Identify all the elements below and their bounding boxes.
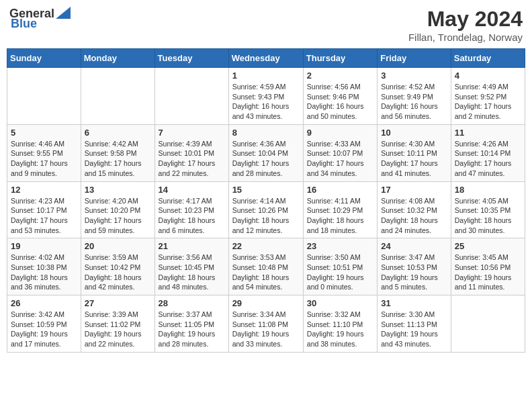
day-number: 2	[307, 71, 373, 81]
day-number: 20	[85, 241, 151, 251]
calendar-cell: 9Sunrise: 4:33 AM Sunset: 10:07 PM Dayli…	[303, 124, 377, 181]
calendar-cell: 25Sunrise: 3:45 AM Sunset: 10:56 PM Dayl…	[451, 238, 525, 295]
day-info: Sunrise: 3:30 AM Sunset: 11:13 PM Daylig…	[381, 310, 447, 349]
calendar-cell: 3Sunrise: 4:52 AM Sunset: 9:49 PM Daylig…	[378, 68, 451, 125]
day-info: Sunrise: 4:08 AM Sunset: 10:32 PM Daylig…	[381, 196, 447, 236]
calendar-cell	[154, 68, 228, 125]
page-header: General Blue May 2024 Fillan, Trondelag,…	[7, 7, 525, 43]
day-info: Sunrise: 4:05 AM Sunset: 10:35 PM Daylig…	[455, 196, 521, 236]
calendar-cell	[7, 68, 81, 125]
day-number: 7	[159, 128, 225, 138]
day-number: 16	[307, 185, 373, 195]
day-info: Sunrise: 3:47 AM Sunset: 10:53 PM Daylig…	[381, 253, 447, 292]
calendar-cell: 16Sunrise: 4:11 AM Sunset: 10:29 PM Dayl…	[303, 181, 377, 238]
calendar-cell: 10Sunrise: 4:30 AM Sunset: 10:11 PM Dayl…	[378, 124, 451, 181]
calendar-cell: 2Sunrise: 4:56 AM Sunset: 9:46 PM Daylig…	[303, 68, 377, 125]
week-row-3: 12Sunrise: 4:23 AM Sunset: 10:17 PM Dayl…	[7, 181, 525, 238]
day-number: 27	[85, 298, 151, 308]
calendar-cell: 19Sunrise: 4:02 AM Sunset: 10:38 PM Dayl…	[7, 238, 81, 295]
logo: General Blue	[9, 7, 71, 31]
day-number: 23	[307, 241, 373, 251]
day-info: Sunrise: 3:50 AM Sunset: 10:51 PM Daylig…	[307, 253, 373, 292]
logo-icon	[56, 7, 71, 19]
day-info: Sunrise: 4:33 AM Sunset: 10:07 PM Daylig…	[307, 139, 373, 179]
calendar-cell: 12Sunrise: 4:23 AM Sunset: 10:17 PM Dayl…	[7, 181, 81, 238]
day-number: 11	[455, 128, 521, 138]
calendar-cell: 11Sunrise: 4:26 AM Sunset: 10:14 PM Dayl…	[451, 124, 525, 181]
day-number: 15	[232, 185, 300, 195]
calendar-cell: 24Sunrise: 3:47 AM Sunset: 10:53 PM Dayl…	[378, 238, 451, 295]
day-number: 22	[232, 241, 300, 251]
title-block: May 2024 Fillan, Trondelag, Norway	[408, 7, 523, 43]
day-info: Sunrise: 4:11 AM Sunset: 10:29 PM Daylig…	[307, 196, 373, 236]
day-number: 3	[381, 71, 447, 81]
day-info: Sunrise: 3:53 AM Sunset: 10:48 PM Daylig…	[232, 253, 300, 292]
day-number: 10	[381, 128, 447, 138]
calendar-cell: 31Sunrise: 3:30 AM Sunset: 11:13 PM Dayl…	[378, 295, 451, 353]
weekday-header-friday: Friday	[378, 49, 451, 68]
day-info: Sunrise: 4:36 AM Sunset: 10:04 PM Daylig…	[232, 139, 300, 179]
calendar-cell: 18Sunrise: 4:05 AM Sunset: 10:35 PM Dayl…	[451, 181, 525, 238]
week-row-4: 19Sunrise: 4:02 AM Sunset: 10:38 PM Dayl…	[7, 238, 525, 295]
day-info: Sunrise: 4:39 AM Sunset: 10:01 PM Daylig…	[159, 139, 225, 179]
day-number: 21	[159, 241, 225, 251]
day-info: Sunrise: 4:52 AM Sunset: 9:49 PM Dayligh…	[381, 82, 447, 122]
day-info: Sunrise: 3:39 AM Sunset: 11:02 PM Daylig…	[85, 310, 151, 349]
day-info: Sunrise: 4:46 AM Sunset: 9:55 PM Dayligh…	[11, 139, 77, 179]
day-info: Sunrise: 3:37 AM Sunset: 11:05 PM Daylig…	[159, 310, 225, 349]
day-number: 4	[455, 71, 521, 81]
day-number: 1	[232, 71, 300, 81]
day-number: 14	[159, 185, 225, 195]
week-row-1: 1Sunrise: 4:59 AM Sunset: 9:43 PM Daylig…	[7, 68, 525, 125]
calendar-cell: 14Sunrise: 4:17 AM Sunset: 10:23 PM Dayl…	[154, 181, 228, 238]
weekday-header-row: SundayMondayTuesdayWednesdayThursdayFrid…	[7, 49, 525, 68]
day-info: Sunrise: 4:59 AM Sunset: 9:43 PM Dayligh…	[232, 82, 300, 122]
day-number: 9	[307, 128, 373, 138]
calendar-cell: 4Sunrise: 4:49 AM Sunset: 9:52 PM Daylig…	[451, 68, 525, 125]
day-number: 5	[11, 128, 77, 138]
calendar-cell: 5Sunrise: 4:46 AM Sunset: 9:55 PM Daylig…	[7, 124, 81, 181]
calendar-cell: 8Sunrise: 4:36 AM Sunset: 10:04 PM Dayli…	[228, 124, 303, 181]
day-info: Sunrise: 4:17 AM Sunset: 10:23 PM Daylig…	[159, 196, 225, 236]
calendar-table: SundayMondayTuesdayWednesdayThursdayFrid…	[7, 48, 525, 353]
day-info: Sunrise: 4:23 AM Sunset: 10:17 PM Daylig…	[11, 196, 77, 236]
day-number: 19	[11, 241, 77, 251]
weekday-header-wednesday: Wednesday	[228, 49, 303, 68]
svg-marker-0	[56, 7, 71, 19]
day-number: 12	[11, 185, 77, 195]
calendar-cell: 30Sunrise: 3:32 AM Sunset: 11:10 PM Dayl…	[303, 295, 377, 353]
day-info: Sunrise: 3:45 AM Sunset: 10:56 PM Daylig…	[455, 253, 521, 292]
day-info: Sunrise: 3:32 AM Sunset: 11:10 PM Daylig…	[307, 310, 373, 349]
day-info: Sunrise: 4:42 AM Sunset: 9:58 PM Dayligh…	[85, 139, 151, 179]
calendar-cell	[451, 295, 525, 353]
week-row-5: 26Sunrise: 3:42 AM Sunset: 10:59 PM Dayl…	[7, 295, 525, 353]
day-number: 17	[381, 185, 447, 195]
calendar-cell: 1Sunrise: 4:59 AM Sunset: 9:43 PM Daylig…	[228, 68, 303, 125]
day-number: 13	[85, 185, 151, 195]
day-number: 26	[11, 298, 77, 308]
calendar-cell: 15Sunrise: 4:14 AM Sunset: 10:26 PM Dayl…	[228, 181, 303, 238]
day-number: 18	[455, 185, 521, 195]
calendar-cell: 27Sunrise: 3:39 AM Sunset: 11:02 PM Dayl…	[81, 295, 154, 353]
day-number: 30	[307, 298, 373, 308]
weekday-header-thursday: Thursday	[303, 49, 377, 68]
weekday-header-tuesday: Tuesday	[154, 49, 228, 68]
calendar-cell: 28Sunrise: 3:37 AM Sunset: 11:05 PM Dayl…	[154, 295, 228, 353]
week-row-2: 5Sunrise: 4:46 AM Sunset: 9:55 PM Daylig…	[7, 124, 525, 181]
day-info: Sunrise: 3:59 AM Sunset: 10:42 PM Daylig…	[85, 253, 151, 292]
day-info: Sunrise: 4:30 AM Sunset: 10:11 PM Daylig…	[381, 139, 447, 179]
day-info: Sunrise: 3:34 AM Sunset: 11:08 PM Daylig…	[232, 310, 300, 349]
calendar-cell: 22Sunrise: 3:53 AM Sunset: 10:48 PM Dayl…	[228, 238, 303, 295]
day-info: Sunrise: 4:49 AM Sunset: 9:52 PM Dayligh…	[455, 82, 521, 122]
day-info: Sunrise: 4:56 AM Sunset: 9:46 PM Dayligh…	[307, 82, 373, 122]
day-number: 6	[85, 128, 151, 138]
calendar-cell	[81, 68, 154, 125]
day-info: Sunrise: 3:56 AM Sunset: 10:45 PM Daylig…	[159, 253, 225, 292]
calendar-cell: 13Sunrise: 4:20 AM Sunset: 10:20 PM Dayl…	[81, 181, 154, 238]
logo-blue: Blue	[11, 17, 37, 31]
day-info: Sunrise: 4:20 AM Sunset: 10:20 PM Daylig…	[85, 196, 151, 236]
weekday-header-monday: Monday	[81, 49, 154, 68]
calendar-cell: 23Sunrise: 3:50 AM Sunset: 10:51 PM Dayl…	[303, 238, 377, 295]
day-number: 29	[232, 298, 300, 308]
calendar-cell: 21Sunrise: 3:56 AM Sunset: 10:45 PM Dayl…	[154, 238, 228, 295]
